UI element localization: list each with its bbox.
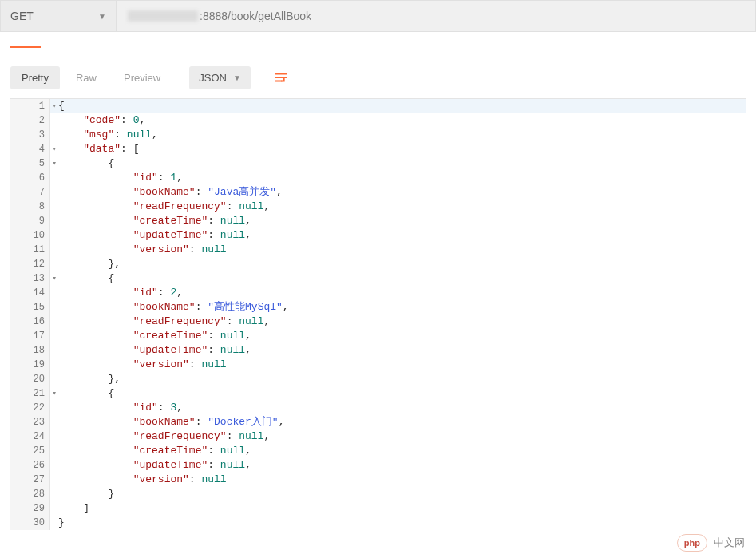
line-number[interactable]: 8 bbox=[10, 200, 50, 214]
code-line[interactable]: 30} bbox=[10, 516, 746, 530]
line-number[interactable]: 9 bbox=[10, 214, 50, 228]
line-number[interactable]: 16 bbox=[10, 315, 50, 329]
format-select[interactable]: JSON ▼ bbox=[189, 66, 251, 89]
wrap-lines-button[interactable] bbox=[268, 65, 294, 90]
code-line[interactable]: 2 "code": 0, bbox=[10, 113, 746, 128]
fold-toggle-icon[interactable]: ▾ bbox=[53, 386, 57, 401]
code-line[interactable]: 4▾ "data": [ bbox=[10, 142, 746, 156]
code-line[interactable]: 6 "id": 1, bbox=[10, 171, 746, 185]
fold-toggle-icon[interactable]: ▾ bbox=[53, 99, 57, 113]
code-line[interactable]: 5▾ { bbox=[10, 156, 746, 171]
line-number[interactable]: 15 bbox=[10, 300, 50, 315]
code-line[interactable]: 10 "updateTime": null, bbox=[10, 228, 746, 243]
code-line[interactable]: 20 }, bbox=[10, 372, 746, 386]
line-number[interactable]: 4▾ bbox=[10, 142, 50, 156]
response-body[interactable]: 1▾{2 "code": 0,3 "msg": null,4▾ "data": … bbox=[10, 98, 746, 530]
code-line[interactable]: 9 "createTime": null, bbox=[10, 214, 746, 228]
code-content: "readFrequency": null, bbox=[50, 315, 746, 329]
fold-toggle-icon[interactable]: ▾ bbox=[53, 142, 57, 156]
line-number[interactable]: 25 bbox=[10, 444, 50, 458]
line-number[interactable]: 18 bbox=[10, 343, 50, 358]
tab-raw[interactable]: Raw bbox=[65, 66, 108, 89]
line-number[interactable]: 28 bbox=[10, 487, 50, 501]
line-number[interactable]: 29 bbox=[10, 501, 50, 516]
format-label: JSON bbox=[199, 72, 227, 84]
line-number[interactable]: 20 bbox=[10, 372, 50, 386]
http-method-select[interactable]: GET ▼ bbox=[1, 1, 117, 31]
url-redacted bbox=[128, 10, 198, 22]
code-content: { bbox=[50, 156, 746, 171]
code-content: { bbox=[50, 386, 746, 401]
url-text: :8888/book/getAllBook bbox=[200, 10, 311, 22]
active-tab-underline bbox=[10, 46, 41, 48]
code-line[interactable]: 11 "version": null bbox=[10, 243, 746, 257]
code-line[interactable]: 18 "updateTime": null, bbox=[10, 343, 746, 358]
line-number[interactable]: 2 bbox=[10, 113, 50, 128]
code-content: }, bbox=[50, 257, 746, 271]
code-content: "bookName": "Java高并发", bbox=[50, 185, 746, 200]
code-line[interactable]: 24 "readFrequency": null, bbox=[10, 429, 746, 444]
code-line[interactable]: 29 ] bbox=[10, 501, 746, 516]
line-number[interactable]: 17 bbox=[10, 329, 50, 343]
code-line[interactable]: 17 "createTime": null, bbox=[10, 329, 746, 343]
secondary-tabs bbox=[0, 32, 756, 54]
line-number[interactable]: 7 bbox=[10, 185, 50, 200]
tab-preview[interactable]: Preview bbox=[113, 66, 172, 89]
code-line[interactable]: 7 "bookName": "Java高并发", bbox=[10, 185, 746, 200]
code-content: "version": null bbox=[50, 473, 746, 487]
line-number[interactable]: 26 bbox=[10, 458, 50, 473]
code-line[interactable]: 28 } bbox=[10, 487, 746, 501]
line-number[interactable]: 3 bbox=[10, 128, 50, 142]
fold-toggle-icon[interactable]: ▾ bbox=[53, 156, 57, 171]
line-number[interactable]: 23 bbox=[10, 415, 50, 429]
line-number[interactable]: 24 bbox=[10, 429, 50, 444]
line-number[interactable]: 27 bbox=[10, 473, 50, 487]
code-content: "code": 0, bbox=[50, 113, 746, 128]
line-number[interactable]: 12 bbox=[10, 257, 50, 271]
code-line[interactable]: 13▾ { bbox=[10, 271, 746, 286]
chevron-down-icon: ▼ bbox=[233, 73, 241, 82]
code-content: "readFrequency": null, bbox=[50, 200, 746, 214]
code-line[interactable]: 26 "updateTime": null, bbox=[10, 458, 746, 473]
request-bar: GET ▼ :8888/book/getAllBook bbox=[0, 0, 756, 32]
code-line[interactable]: 25 "createTime": null, bbox=[10, 444, 746, 458]
code-line[interactable]: 19 "version": null bbox=[10, 358, 746, 372]
code-line[interactable]: 27 "version": null bbox=[10, 473, 746, 487]
code-content: { bbox=[50, 271, 746, 286]
code-line[interactable]: 21▾ { bbox=[10, 386, 746, 401]
code-content: "bookName": "Docker入门", bbox=[50, 415, 746, 429]
url-input[interactable]: :8888/book/getAllBook bbox=[117, 1, 755, 31]
code-line[interactable]: 3 "msg": null, bbox=[10, 128, 746, 142]
fold-toggle-icon[interactable]: ▾ bbox=[53, 271, 57, 286]
line-number[interactable]: 19 bbox=[10, 358, 50, 372]
line-number[interactable]: 5▾ bbox=[10, 156, 50, 171]
line-number[interactable]: 1▾ bbox=[10, 99, 50, 113]
tab-pretty[interactable]: Pretty bbox=[10, 66, 60, 89]
code-content: "version": null bbox=[50, 358, 746, 372]
code-line[interactable]: 15 "bookName": "高性能MySql", bbox=[10, 300, 746, 315]
code-line[interactable]: 14 "id": 2, bbox=[10, 286, 746, 300]
code-content: "bookName": "高性能MySql", bbox=[50, 300, 746, 315]
code-line[interactable]: 12 }, bbox=[10, 257, 746, 271]
code-content: "data": [ bbox=[50, 142, 746, 156]
line-number[interactable]: 21▾ bbox=[10, 386, 50, 401]
code-line[interactable]: 1▾{ bbox=[10, 99, 746, 113]
code-line[interactable]: 8 "readFrequency": null, bbox=[10, 200, 746, 214]
line-number[interactable]: 22 bbox=[10, 401, 50, 415]
code-content: "createTime": null, bbox=[50, 329, 746, 343]
code-content: "msg": null, bbox=[50, 128, 746, 142]
response-toolbar: Pretty Raw Preview JSON ▼ bbox=[0, 54, 756, 97]
code-content: "updateTime": null, bbox=[50, 228, 746, 243]
code-content: ] bbox=[50, 501, 746, 516]
line-number[interactable]: 14 bbox=[10, 286, 50, 300]
line-number[interactable]: 10 bbox=[10, 228, 50, 243]
code-line[interactable]: 22 "id": 3, bbox=[10, 401, 746, 415]
line-number[interactable]: 30 bbox=[10, 516, 50, 530]
code-content: "id": 3, bbox=[50, 401, 746, 415]
code-content: "createTime": null, bbox=[50, 444, 746, 458]
line-number[interactable]: 11 bbox=[10, 243, 50, 257]
line-number[interactable]: 13▾ bbox=[10, 271, 50, 286]
code-line[interactable]: 23 "bookName": "Docker入门", bbox=[10, 415, 746, 429]
line-number[interactable]: 6 bbox=[10, 171, 50, 185]
code-line[interactable]: 16 "readFrequency": null, bbox=[10, 315, 746, 329]
